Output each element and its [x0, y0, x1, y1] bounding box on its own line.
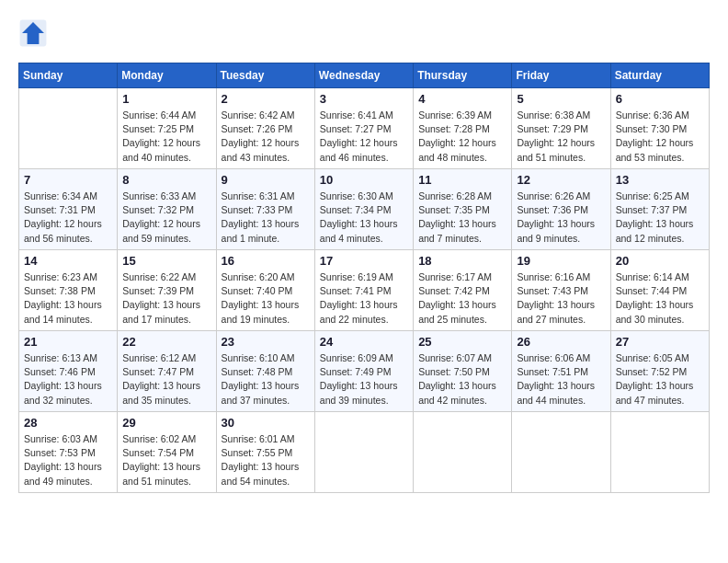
- weekday-header: Sunday: [19, 63, 118, 88]
- day-info: Sunrise: 6:01 AMSunset: 7:55 PMDaylight:…: [222, 432, 310, 488]
- calendar-cell: 9Sunrise: 6:31 AMSunset: 7:33 PMDaylight…: [216, 169, 314, 250]
- day-info: Sunrise: 6:38 AMSunset: 7:29 PMDaylight:…: [517, 109, 605, 165]
- day-number: 10: [320, 173, 408, 187]
- calendar-table: SundayMondayTuesdayWednesdayThursdayFrid…: [18, 63, 710, 493]
- weekday-header: Friday: [512, 63, 610, 88]
- day-number: 21: [24, 335, 112, 349]
- day-number: 19: [517, 254, 605, 268]
- calendar-cell: [414, 412, 512, 493]
- calendar-cell: 25Sunrise: 6:07 AMSunset: 7:50 PMDayligh…: [414, 331, 512, 412]
- day-number: 23: [222, 335, 310, 349]
- calendar-cell: 2Sunrise: 6:42 AMSunset: 7:26 PMDaylight…: [216, 88, 314, 169]
- weekday-header: Tuesday: [216, 63, 314, 88]
- day-info: Sunrise: 6:20 AMSunset: 7:40 PMDaylight:…: [222, 270, 310, 327]
- day-number: 5: [517, 92, 605, 106]
- calendar-cell: 17Sunrise: 6:19 AMSunset: 7:41 PMDayligh…: [314, 250, 413, 331]
- calendar-cell: 21Sunrise: 6:13 AMSunset: 7:46 PMDayligh…: [19, 331, 118, 412]
- calendar-cell: 6Sunrise: 6:36 AMSunset: 7:30 PMDaylight…: [610, 88, 709, 169]
- calendar-cell: 15Sunrise: 6:22 AMSunset: 7:39 PMDayligh…: [118, 250, 216, 331]
- calendar-week-row: 14Sunrise: 6:23 AMSunset: 7:38 PMDayligh…: [19, 250, 710, 331]
- day-number: 1: [122, 92, 210, 106]
- day-number: 17: [320, 254, 408, 268]
- day-number: 3: [320, 92, 408, 106]
- calendar-cell: 16Sunrise: 6:20 AMSunset: 7:40 PMDayligh…: [216, 250, 314, 331]
- calendar-cell: 10Sunrise: 6:30 AMSunset: 7:34 PMDayligh…: [314, 169, 413, 250]
- day-number: 20: [616, 254, 704, 268]
- calendar-cell: [512, 412, 610, 493]
- calendar-cell: [314, 412, 413, 493]
- day-info: Sunrise: 6:22 AMSunset: 7:39 PMDaylight:…: [122, 270, 210, 327]
- logo: [18, 18, 53, 48]
- calendar-cell: 13Sunrise: 6:25 AMSunset: 7:37 PMDayligh…: [610, 169, 709, 250]
- weekday-header: Thursday: [414, 63, 512, 88]
- day-info: Sunrise: 6:36 AMSunset: 7:30 PMDaylight:…: [616, 109, 704, 165]
- day-info: Sunrise: 6:44 AMSunset: 7:25 PMDaylight:…: [122, 109, 210, 165]
- day-number: 7: [24, 173, 112, 187]
- day-info: Sunrise: 6:28 AMSunset: 7:35 PMDaylight:…: [418, 190, 506, 246]
- day-info: Sunrise: 6:25 AMSunset: 7:37 PMDaylight:…: [616, 190, 704, 246]
- calendar-cell: 22Sunrise: 6:12 AMSunset: 7:47 PMDayligh…: [118, 331, 216, 412]
- day-info: Sunrise: 6:02 AMSunset: 7:54 PMDaylight:…: [122, 432, 210, 488]
- day-number: 13: [616, 173, 704, 187]
- day-info: Sunrise: 6:42 AMSunset: 7:26 PMDaylight:…: [222, 109, 310, 165]
- day-info: Sunrise: 6:10 AMSunset: 7:48 PMDaylight:…: [222, 351, 310, 408]
- page-header: [18, 18, 710, 48]
- calendar-week-row: 1Sunrise: 6:44 AMSunset: 7:25 PMDaylight…: [19, 88, 710, 169]
- calendar-cell: 19Sunrise: 6:16 AMSunset: 7:43 PMDayligh…: [512, 250, 610, 331]
- calendar-cell: 7Sunrise: 6:34 AMSunset: 7:31 PMDaylight…: [19, 169, 118, 250]
- calendar-cell: 27Sunrise: 6:05 AMSunset: 7:52 PMDayligh…: [610, 331, 709, 412]
- calendar-week-row: 21Sunrise: 6:13 AMSunset: 7:46 PMDayligh…: [19, 331, 710, 412]
- calendar-cell: 23Sunrise: 6:10 AMSunset: 7:48 PMDayligh…: [216, 331, 314, 412]
- day-info: Sunrise: 6:07 AMSunset: 7:50 PMDaylight:…: [418, 351, 506, 408]
- calendar-cell: [610, 412, 709, 493]
- day-number: 25: [418, 335, 506, 349]
- calendar-cell: [19, 88, 118, 169]
- calendar-cell: 30Sunrise: 6:01 AMSunset: 7:55 PMDayligh…: [216, 412, 314, 493]
- day-info: Sunrise: 6:06 AMSunset: 7:51 PMDaylight:…: [517, 351, 605, 408]
- calendar-cell: 29Sunrise: 6:02 AMSunset: 7:54 PMDayligh…: [118, 412, 216, 493]
- weekday-header: Monday: [118, 63, 216, 88]
- day-info: Sunrise: 6:33 AMSunset: 7:32 PMDaylight:…: [122, 190, 210, 246]
- day-number: 18: [418, 254, 506, 268]
- day-number: 16: [222, 254, 310, 268]
- day-info: Sunrise: 6:19 AMSunset: 7:41 PMDaylight:…: [320, 270, 408, 327]
- day-info: Sunrise: 6:16 AMSunset: 7:43 PMDaylight:…: [517, 270, 605, 327]
- calendar-cell: 12Sunrise: 6:26 AMSunset: 7:36 PMDayligh…: [512, 169, 610, 250]
- calendar-week-row: 7Sunrise: 6:34 AMSunset: 7:31 PMDaylight…: [19, 169, 710, 250]
- day-info: Sunrise: 6:39 AMSunset: 7:28 PMDaylight:…: [418, 109, 506, 165]
- day-info: Sunrise: 6:09 AMSunset: 7:49 PMDaylight:…: [320, 351, 408, 408]
- day-number: 22: [122, 335, 210, 349]
- day-number: 27: [616, 335, 704, 349]
- day-info: Sunrise: 6:13 AMSunset: 7:46 PMDaylight:…: [24, 351, 112, 408]
- day-number: 11: [418, 173, 506, 187]
- day-info: Sunrise: 6:03 AMSunset: 7:53 PMDaylight:…: [24, 432, 112, 488]
- day-info: Sunrise: 6:41 AMSunset: 7:27 PMDaylight:…: [320, 109, 408, 165]
- day-number: 6: [616, 92, 704, 106]
- calendar-cell: 4Sunrise: 6:39 AMSunset: 7:28 PMDaylight…: [414, 88, 512, 169]
- calendar-cell: 14Sunrise: 6:23 AMSunset: 7:38 PMDayligh…: [19, 250, 118, 331]
- day-number: 29: [122, 416, 210, 430]
- calendar-cell: 11Sunrise: 6:28 AMSunset: 7:35 PMDayligh…: [414, 169, 512, 250]
- day-number: 9: [222, 173, 310, 187]
- calendar-cell: 8Sunrise: 6:33 AMSunset: 7:32 PMDaylight…: [118, 169, 216, 250]
- day-number: 2: [222, 92, 310, 106]
- calendar-cell: 26Sunrise: 6:06 AMSunset: 7:51 PMDayligh…: [512, 331, 610, 412]
- day-info: Sunrise: 6:17 AMSunset: 7:42 PMDaylight:…: [418, 270, 506, 327]
- day-number: 26: [517, 335, 605, 349]
- day-number: 12: [517, 173, 605, 187]
- day-number: 8: [122, 173, 210, 187]
- calendar-cell: 28Sunrise: 6:03 AMSunset: 7:53 PMDayligh…: [19, 412, 118, 493]
- calendar-cell: 3Sunrise: 6:41 AMSunset: 7:27 PMDaylight…: [314, 88, 413, 169]
- day-info: Sunrise: 6:23 AMSunset: 7:38 PMDaylight:…: [24, 270, 112, 327]
- day-number: 4: [418, 92, 506, 106]
- calendar-cell: 24Sunrise: 6:09 AMSunset: 7:49 PMDayligh…: [314, 331, 413, 412]
- logo-icon: [18, 18, 48, 48]
- calendar-cell: 20Sunrise: 6:14 AMSunset: 7:44 PMDayligh…: [610, 250, 709, 331]
- day-info: Sunrise: 6:12 AMSunset: 7:47 PMDaylight:…: [122, 351, 210, 408]
- calendar-week-row: 28Sunrise: 6:03 AMSunset: 7:53 PMDayligh…: [19, 412, 710, 493]
- day-info: Sunrise: 6:30 AMSunset: 7:34 PMDaylight:…: [320, 190, 408, 246]
- day-number: 30: [222, 416, 310, 430]
- weekday-header: Wednesday: [314, 63, 413, 88]
- day-number: 24: [320, 335, 408, 349]
- day-info: Sunrise: 6:14 AMSunset: 7:44 PMDaylight:…: [616, 270, 704, 327]
